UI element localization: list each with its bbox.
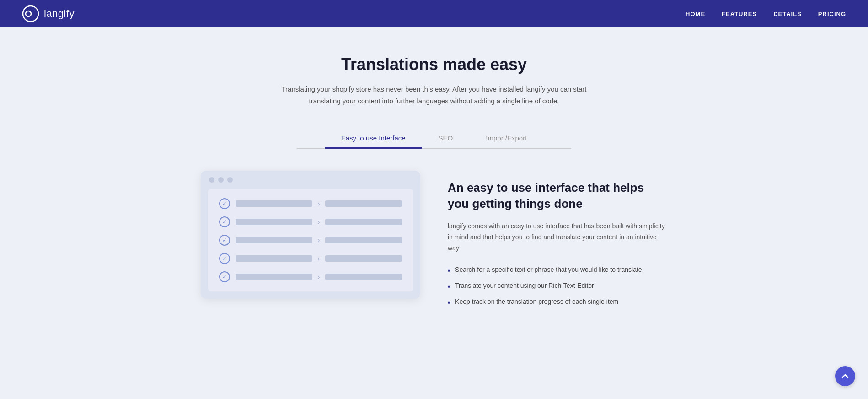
browser-body: ✓ › ✓ › ✓ › ✓ — [208, 189, 413, 291]
svg-point-1 — [26, 11, 31, 16]
main-content: Translations made easy Translating your … — [0, 27, 868, 325]
feature-list: Search for a specific text or phrase tha… — [448, 265, 667, 307]
tabs-container: Easy to use Interface SEO !mport/Export — [297, 129, 571, 149]
nav-link-features[interactable]: FEATURES — [722, 11, 757, 17]
hero-section: Translations made easy Translating your … — [9, 55, 859, 107]
nav-link-pricing[interactable]: PRICING — [818, 11, 846, 17]
row-bar-left-1 — [236, 200, 312, 207]
row-bar-left-3 — [236, 237, 312, 243]
check-icon-2: ✓ — [219, 216, 230, 227]
row-bar-left-4 — [236, 255, 312, 262]
feature-list-item-1: Search for a specific text or phrase tha… — [448, 265, 667, 275]
check-icon-5: ✓ — [219, 271, 230, 282]
feature-description: langify comes with an easy to use interf… — [448, 221, 667, 253]
tab-import-export[interactable]: !mport/Export — [469, 129, 543, 149]
brand-logo[interactable]: langify — [22, 5, 75, 22]
row-bar-right-4 — [325, 255, 402, 262]
arrow-icon-5: › — [318, 273, 320, 280]
feature-heading: An easy to use interface that helps you … — [448, 180, 667, 212]
nav-link-home[interactable]: HOME — [686, 11, 705, 17]
arrow-icon-1: › — [318, 200, 320, 207]
browser-row-5: ✓ › — [219, 271, 402, 282]
arrow-icon-4: › — [318, 255, 320, 262]
feature-text: An easy to use interface that helps you … — [448, 171, 667, 307]
feature-list-item-3: Keep track on the translation progress o… — [448, 297, 667, 307]
browser-row-2: ✓ › — [219, 216, 402, 227]
navbar: langify HOME FEATURES DETAILS PRICING — [0, 0, 868, 27]
browser-row-3: ✓ › — [219, 235, 402, 246]
browser-mockup: ✓ › ✓ › ✓ › ✓ — [201, 171, 420, 299]
check-icon-4: ✓ — [219, 253, 230, 264]
row-bar-left-5 — [236, 274, 312, 280]
row-bar-right-5 — [325, 274, 402, 280]
row-bar-left-2 — [236, 219, 312, 225]
check-icon-3: ✓ — [219, 235, 230, 246]
nav-link-details[interactable]: DETAILS — [773, 11, 802, 17]
browser-dot-2 — [218, 177, 224, 183]
hero-title: Translations made easy — [9, 55, 859, 74]
row-bar-right-2 — [325, 219, 402, 225]
row-bar-right-1 — [325, 200, 402, 207]
tab-interface[interactable]: Easy to use Interface — [325, 129, 422, 149]
brand-name: langify — [44, 8, 75, 20]
chevron-up-icon — [841, 372, 850, 381]
browser-dot-1 — [209, 177, 214, 183]
nav-menu: HOME FEATURES DETAILS PRICING — [686, 10, 846, 18]
browser-row-4: ✓ › — [219, 253, 402, 264]
browser-toolbar — [201, 171, 420, 189]
nav-item-home[interactable]: HOME — [686, 10, 705, 18]
row-bar-right-3 — [325, 237, 402, 243]
browser-row-1: ✓ › — [219, 198, 402, 209]
nav-item-features[interactable]: FEATURES — [722, 10, 757, 18]
feature-section: ✓ › ✓ › ✓ › ✓ — [182, 171, 686, 307]
arrow-icon-3: › — [318, 237, 320, 244]
browser-dot-3 — [227, 177, 233, 183]
arrow-icon-2: › — [318, 218, 320, 226]
hero-subtitle: Translating your shopify store has never… — [279, 83, 589, 107]
scroll-to-top-button[interactable] — [835, 366, 855, 386]
nav-item-details[interactable]: DETAILS — [773, 10, 802, 18]
tab-seo[interactable]: SEO — [422, 129, 470, 149]
langify-logo-icon — [22, 5, 39, 22]
check-icon-1: ✓ — [219, 198, 230, 209]
feature-list-item-2: Translate your content using our Rich-Te… — [448, 281, 667, 291]
nav-item-pricing[interactable]: PRICING — [818, 10, 846, 18]
